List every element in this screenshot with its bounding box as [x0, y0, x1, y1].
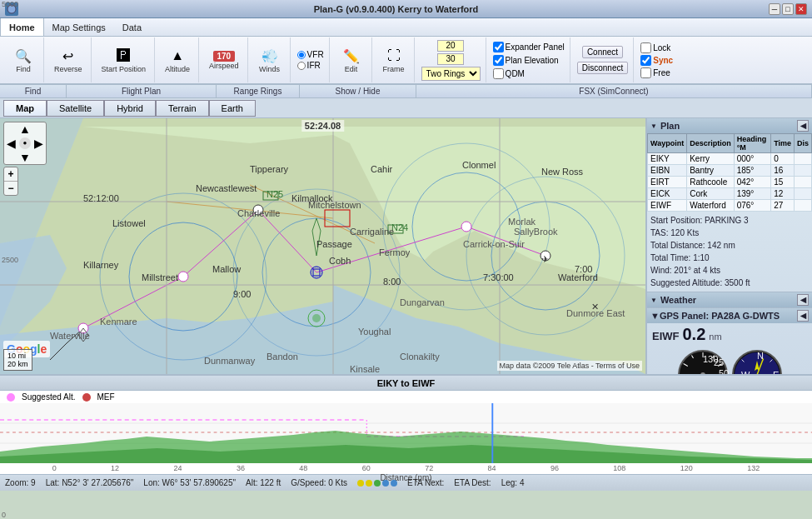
qdm-label: QDM: [506, 69, 525, 78]
edit-button[interactable]: ✏️ Edit: [336, 45, 366, 75]
gps-readout: EIWF 0.2 nm: [647, 323, 812, 346]
winds-button[interactable]: 💨 Winds: [255, 45, 285, 75]
svg-text:Kenmare: Kenmare: [100, 317, 137, 327]
svg-text:Clonmel: Clonmel: [462, 160, 496, 170]
maximize-button[interactable]: □: [782, 3, 794, 15]
lock-label: Lock: [653, 43, 670, 52]
plan-table-row[interactable]: EIRTRathcoole042°15: [648, 177, 812, 188]
plan-cell-heading: 000°: [734, 153, 770, 165]
map-coords-display: 52:24.08: [301, 120, 344, 132]
plan-table: Waypoint Description Heading °M Time Dis…: [647, 133, 812, 212]
ifr-radio[interactable]: [297, 62, 306, 70]
elevation-svg: [0, 403, 812, 463]
x-tick-36: 36: [237, 464, 245, 472]
plan-collapse-arrow: ▼: [650, 122, 657, 130]
plan-cell-dis: [794, 153, 811, 165]
map-view-satellite-button[interactable]: Satellite: [47, 100, 104, 117]
frame-icon: ⛶: [385, 47, 403, 65]
main-content: 52:12:00 9:00 8:00 7:30:00 7:00 Waterfor…: [0, 118, 812, 374]
plan-table-row[interactable]: EICKCork139°12: [648, 188, 812, 200]
free-checkbox[interactable]: [640, 67, 651, 78]
svg-text:Fermoy: Fermoy: [379, 247, 411, 257]
ring-number-1-input[interactable]: [437, 40, 464, 52]
status-eta-dest: ETA Dest:: [454, 478, 491, 487]
close-button[interactable]: ✕: [795, 3, 807, 15]
menu-tab-data[interactable]: Data: [114, 18, 150, 36]
toolbar-reverse-section: ↩ Reverse: [46, 37, 92, 82]
edit-label: Edit: [345, 65, 358, 73]
menu-bar: Home Map Settings Data: [0, 18, 812, 37]
expander-panel-checkbox[interactable]: [493, 42, 504, 52]
weather-collapse-button[interactable]: ◀: [797, 294, 809, 306]
plan-table-row[interactable]: EIWFWaterford076°27: [648, 200, 812, 212]
disconnect-button[interactable]: Disconnect: [577, 62, 628, 74]
svg-text:W: W: [741, 370, 750, 374]
start-position: Start Position: PARKING 3: [650, 214, 809, 227]
weather-header[interactable]: ▼ Weather ◀: [647, 292, 812, 307]
plan-table-row[interactable]: EIKYKerry000°0: [648, 153, 812, 165]
suggested-alt-legend: Suggested Alt.: [22, 392, 76, 402]
col-time: Time: [771, 134, 795, 153]
toolbar-airspeed-section: 170 Airspeed: [201, 37, 248, 82]
gps-header: ▼ GPS Panel: PA28A G-DWTS ◀: [647, 308, 812, 323]
plan-elevation-checkbox[interactable]: [493, 55, 504, 66]
heading-gauge: N E S W: [731, 349, 783, 374]
gps-collapse-button[interactable]: ◀: [797, 310, 809, 322]
edit-icon: ✏️: [342, 47, 361, 65]
col-heading: Heading °M: [734, 134, 770, 153]
svg-text:Waterville: Waterville: [50, 331, 90, 341]
mef-legend: MEF: [97, 392, 115, 402]
map-view-terrain-button[interactable]: Terrain: [156, 100, 209, 117]
toolbar-frame-section: ⛶ Frame: [374, 37, 415, 82]
vfr-radio[interactable]: [297, 51, 306, 59]
map-area[interactable]: 52:12:00 9:00 8:00 7:30:00 7:00 Waterfor…: [0, 118, 645, 374]
plan-collapse-button[interactable]: ◀: [797, 120, 809, 132]
reverse-button[interactable]: ↩ Reverse: [51, 45, 86, 75]
toolbar-edit-section: ✏️ Edit: [331, 37, 372, 82]
toolbar-rings-section: Two Rings One Ring No Rings: [416, 37, 486, 82]
plan-cell-waypoint: EIBN: [648, 165, 687, 177]
tas: TAS: 120 Kts: [650, 227, 809, 239]
svg-text:N25: N25: [267, 189, 283, 199]
menu-tab-map-settings[interactable]: Map Settings: [44, 18, 114, 36]
start-position-button[interactable]: 🅿 Start Position: [98, 45, 150, 75]
svg-point-24: [312, 314, 321, 322]
elevation-x-axis: 0 12 24 36 48 60 72 84 96 108 120 132: [0, 463, 812, 473]
svg-point-13: [178, 272, 188, 282]
window-title: Plan-G (v0.9.0.400) Kerry to Waterford: [23, 4, 769, 14]
map-view-earth-button[interactable]: Earth: [209, 100, 256, 117]
plan-cell-description: Bantry: [687, 165, 735, 177]
svg-text:Listowel: Listowel: [112, 218, 146, 228]
y-tick-top: 5000: [2, 0, 18, 8]
airspeed-button[interactable]: 170 Airspeed: [206, 49, 242, 72]
y-tick-bot: 0: [2, 511, 18, 519]
qdm-checkbox[interactable]: [493, 68, 504, 79]
lock-checkbox[interactable]: [640, 42, 651, 53]
plan-cell-dis: [794, 188, 811, 200]
x-tick-132: 132: [747, 464, 760, 472]
fsx-section-label: FSX (SimConnect): [416, 85, 812, 97]
ring-number-2-input[interactable]: [437, 53, 464, 65]
gps-unit: nm: [709, 332, 721, 342]
toolbar-vfr-ifr-section: VFR IFR: [292, 37, 330, 82]
x-tick-60: 60: [362, 464, 371, 472]
altitude-icon: ▲: [168, 47, 187, 65]
plan-header[interactable]: ▼ Plan ◀: [647, 118, 812, 133]
svg-text:Cahir: Cahir: [371, 164, 393, 174]
airspeed-icon: 170: [213, 51, 236, 62]
map-view-hybrid-button[interactable]: Hybrid: [104, 100, 156, 117]
connect-button[interactable]: Connect: [582, 46, 623, 58]
svg-text:Tipperary: Tipperary: [250, 164, 289, 174]
sync-checkbox[interactable]: [640, 55, 651, 66]
y-tick-mid: 2500: [2, 256, 18, 264]
altitude-button[interactable]: ▲ Altitude: [162, 45, 193, 75]
plan-table-row[interactable]: EIBNBantry185°16: [648, 165, 812, 177]
status-dot-1: [357, 480, 364, 487]
plan-cell-waypoint: EICK: [648, 188, 687, 200]
frame-button[interactable]: ⛶ Frame: [379, 45, 409, 75]
plan-cell-time: 0: [771, 153, 795, 165]
minimize-button[interactable]: ─: [769, 3, 780, 15]
plan-cell-heading: 139°: [734, 188, 770, 200]
svg-text:Carrigaline: Carrigaline: [350, 227, 394, 237]
rings-select[interactable]: Two Rings One Ring No Rings: [421, 67, 481, 81]
